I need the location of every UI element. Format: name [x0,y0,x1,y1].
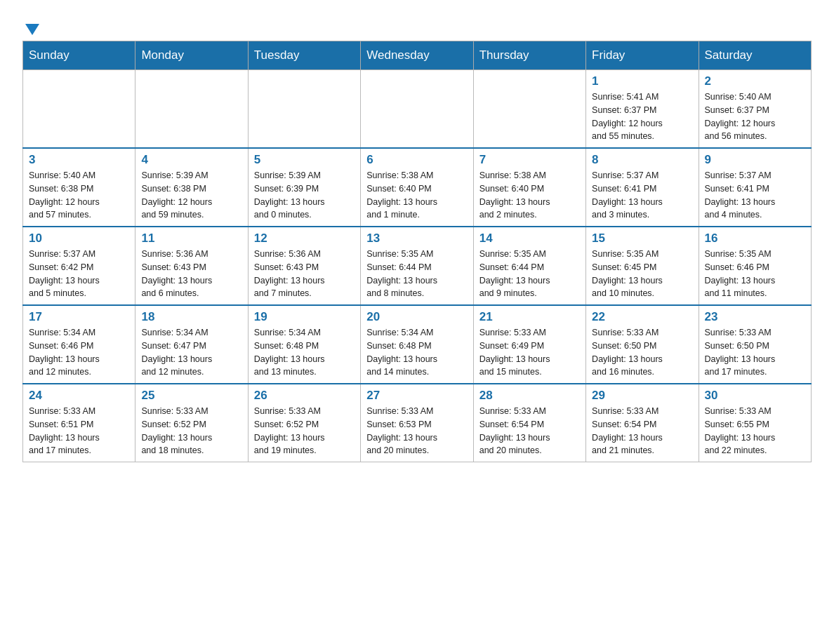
day-info: Sunrise: 5:37 AM Sunset: 6:41 PM Dayligh… [592,169,692,222]
day-number: 7 [479,153,580,167]
calendar-cell: 17Sunrise: 5:34 AM Sunset: 6:46 PM Dayli… [23,305,135,384]
calendar-week-row: 10Sunrise: 5:37 AM Sunset: 6:42 PM Dayli… [23,227,812,305]
weekday-header-sunday: Sunday [23,41,135,70]
calendar-cell: 27Sunrise: 5:33 AM Sunset: 6:53 PM Dayli… [361,384,473,462]
calendar-cell: 18Sunrise: 5:34 AM Sunset: 6:47 PM Dayli… [135,305,248,384]
weekday-header-tuesday: Tuesday [248,41,360,70]
day-number: 12 [254,232,355,246]
day-number: 25 [141,389,241,403]
calendar-cell: 25Sunrise: 5:33 AM Sunset: 6:52 PM Dayli… [135,384,248,462]
day-number: 16 [705,232,805,246]
calendar-cell: 10Sunrise: 5:37 AM Sunset: 6:42 PM Dayli… [23,227,135,305]
calendar-table: SundayMondayTuesdayWednesdayThursdayFrid… [22,41,812,462]
day-number: 30 [705,389,805,403]
day-number: 28 [479,389,580,403]
day-info: Sunrise: 5:36 AM Sunset: 6:43 PM Dayligh… [141,248,241,300]
day-number: 26 [254,389,355,403]
day-info: Sunrise: 5:40 AM Sunset: 6:37 PM Dayligh… [705,90,805,143]
calendar-cell: 13Sunrise: 5:35 AM Sunset: 6:44 PM Dayli… [361,227,473,305]
day-number: 23 [705,310,805,324]
day-info: Sunrise: 5:34 AM Sunset: 6:47 PM Dayligh… [141,326,241,379]
day-number: 10 [29,232,129,246]
day-number: 6 [366,153,467,167]
day-number: 22 [592,310,692,324]
day-number: 19 [254,310,355,324]
calendar-header-row: SundayMondayTuesdayWednesdayThursdayFrid… [23,41,812,70]
day-number: 20 [366,310,467,324]
logo [22,21,39,34]
weekday-header-monday: Monday [135,41,248,70]
day-info: Sunrise: 5:34 AM Sunset: 6:48 PM Dayligh… [254,326,355,379]
calendar-cell: 30Sunrise: 5:33 AM Sunset: 6:55 PM Dayli… [699,384,811,462]
calendar-cell: 6Sunrise: 5:38 AM Sunset: 6:40 PM Daylig… [361,148,473,227]
day-info: Sunrise: 5:40 AM Sunset: 6:38 PM Dayligh… [29,169,129,222]
calendar-cell: 22Sunrise: 5:33 AM Sunset: 6:50 PM Dayli… [586,305,699,384]
day-info: Sunrise: 5:39 AM Sunset: 6:39 PM Dayligh… [254,169,355,222]
weekday-header-thursday: Thursday [473,41,585,70]
calendar-cell: 29Sunrise: 5:33 AM Sunset: 6:54 PM Dayli… [586,384,699,462]
calendar-cell: 8Sunrise: 5:37 AM Sunset: 6:41 PM Daylig… [586,148,699,227]
day-number: 29 [592,389,692,403]
day-info: Sunrise: 5:38 AM Sunset: 6:40 PM Dayligh… [366,169,467,222]
logo-general [22,21,39,35]
day-number: 3 [29,153,129,167]
weekday-header-friday: Friday [586,41,699,70]
weekday-header-wednesday: Wednesday [361,41,473,70]
calendar-cell: 21Sunrise: 5:33 AM Sunset: 6:49 PM Dayli… [473,305,585,384]
calendar-cell: 15Sunrise: 5:35 AM Sunset: 6:45 PM Dayli… [586,227,699,305]
calendar-cell: 19Sunrise: 5:34 AM Sunset: 6:48 PM Dayli… [248,305,360,384]
day-number: 24 [29,389,129,403]
calendar-cell [361,70,473,149]
calendar-cell: 26Sunrise: 5:33 AM Sunset: 6:52 PM Dayli… [248,384,360,462]
day-number: 13 [366,232,467,246]
day-number: 18 [141,310,241,324]
calendar-cell: 4Sunrise: 5:39 AM Sunset: 6:38 PM Daylig… [135,148,248,227]
day-number: 15 [592,232,692,246]
day-number: 4 [141,153,241,167]
logo-arrow-icon [25,24,39,35]
calendar-cell: 23Sunrise: 5:33 AM Sunset: 6:50 PM Dayli… [699,305,811,384]
day-number: 2 [705,74,805,88]
day-info: Sunrise: 5:37 AM Sunset: 6:42 PM Dayligh… [29,248,129,300]
day-number: 27 [366,389,467,403]
day-number: 21 [479,310,580,324]
day-info: Sunrise: 5:35 AM Sunset: 6:46 PM Dayligh… [705,248,805,300]
page-header [22,17,812,34]
calendar-cell: 28Sunrise: 5:33 AM Sunset: 6:54 PM Dayli… [473,384,585,462]
day-info: Sunrise: 5:36 AM Sunset: 6:43 PM Dayligh… [254,248,355,300]
day-info: Sunrise: 5:35 AM Sunset: 6:44 PM Dayligh… [366,248,467,300]
day-info: Sunrise: 5:35 AM Sunset: 6:44 PM Dayligh… [479,248,580,300]
day-info: Sunrise: 5:33 AM Sunset: 6:53 PM Dayligh… [366,405,467,457]
day-number: 5 [254,153,355,167]
calendar-week-row: 17Sunrise: 5:34 AM Sunset: 6:46 PM Dayli… [23,305,812,384]
calendar-cell: 11Sunrise: 5:36 AM Sunset: 6:43 PM Dayli… [135,227,248,305]
day-info: Sunrise: 5:33 AM Sunset: 6:52 PM Dayligh… [141,405,241,457]
calendar-cell: 16Sunrise: 5:35 AM Sunset: 6:46 PM Dayli… [699,227,811,305]
day-info: Sunrise: 5:33 AM Sunset: 6:54 PM Dayligh… [479,405,580,457]
calendar-cell: 9Sunrise: 5:37 AM Sunset: 6:41 PM Daylig… [699,148,811,227]
day-info: Sunrise: 5:34 AM Sunset: 6:48 PM Dayligh… [366,326,467,379]
day-info: Sunrise: 5:33 AM Sunset: 6:55 PM Dayligh… [705,405,805,457]
day-number: 1 [592,74,692,88]
day-info: Sunrise: 5:37 AM Sunset: 6:41 PM Dayligh… [705,169,805,222]
day-info: Sunrise: 5:38 AM Sunset: 6:40 PM Dayligh… [479,169,580,222]
calendar-cell: 2Sunrise: 5:40 AM Sunset: 6:37 PM Daylig… [699,70,811,149]
calendar-cell [135,70,248,149]
calendar-cell: 7Sunrise: 5:38 AM Sunset: 6:40 PM Daylig… [473,148,585,227]
day-info: Sunrise: 5:33 AM Sunset: 6:50 PM Dayligh… [592,326,692,379]
calendar-cell: 20Sunrise: 5:34 AM Sunset: 6:48 PM Dayli… [361,305,473,384]
day-info: Sunrise: 5:33 AM Sunset: 6:49 PM Dayligh… [479,326,580,379]
calendar-week-row: 3Sunrise: 5:40 AM Sunset: 6:38 PM Daylig… [23,148,812,227]
calendar-cell [23,70,135,149]
calendar-cell [473,70,585,149]
day-info: Sunrise: 5:39 AM Sunset: 6:38 PM Dayligh… [141,169,241,222]
calendar-cell: 1Sunrise: 5:41 AM Sunset: 6:37 PM Daylig… [586,70,699,149]
day-info: Sunrise: 5:33 AM Sunset: 6:52 PM Dayligh… [254,405,355,457]
calendar-week-row: 24Sunrise: 5:33 AM Sunset: 6:51 PM Dayli… [23,384,812,462]
day-number: 8 [592,153,692,167]
calendar-cell: 5Sunrise: 5:39 AM Sunset: 6:39 PM Daylig… [248,148,360,227]
calendar-week-row: 1Sunrise: 5:41 AM Sunset: 6:37 PM Daylig… [23,70,812,149]
calendar-cell: 24Sunrise: 5:33 AM Sunset: 6:51 PM Dayli… [23,384,135,462]
day-info: Sunrise: 5:35 AM Sunset: 6:45 PM Dayligh… [592,248,692,300]
day-number: 11 [141,232,241,246]
